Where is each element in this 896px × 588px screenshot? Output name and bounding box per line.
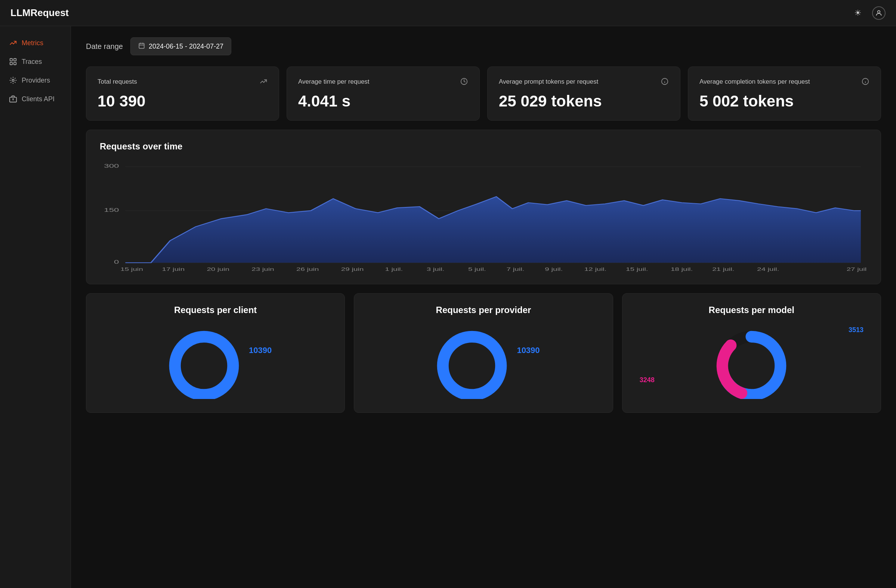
main-content: Date range 2024-06-15 - 2024-07-27 Total… xyxy=(71,26,896,588)
stats-grid: Total requests 10 390 Average time per r… xyxy=(86,67,881,121)
svg-text:27 juil.: 27 juil. xyxy=(847,267,867,272)
model-value-2: 3248 xyxy=(640,376,655,384)
chart-container: 300 150 0 xyxy=(100,161,867,273)
stat-card-total-requests: Total requests 10 390 xyxy=(86,67,279,121)
svg-rect-4 xyxy=(14,62,16,65)
svg-text:300: 300 xyxy=(104,163,119,169)
donut-chart-clients xyxy=(159,324,249,399)
donut-chart-models xyxy=(707,324,796,399)
svg-text:21 juil.: 21 juil. xyxy=(712,267,734,272)
bottom-card-title-providers: Requests per provider xyxy=(368,305,599,315)
svg-text:18 juil.: 18 juil. xyxy=(671,267,693,272)
bottom-grid: Requests per client 10390 Requests per p… xyxy=(86,293,881,413)
svg-text:15 juin: 15 juin xyxy=(120,267,143,272)
stat-label-avg-prompt-tokens: Average prompt tokens per request xyxy=(499,77,598,86)
stat-value-avg-prompt-tokens: 25 029 tokens xyxy=(499,93,669,110)
svg-text:24 juil.: 24 juil. xyxy=(757,267,779,272)
body-layout: Metrics Traces Providers xyxy=(0,26,896,588)
bottom-card-title-clients: Requests per client xyxy=(100,305,331,315)
svg-rect-9 xyxy=(139,43,144,49)
donut-value-clients: 10390 xyxy=(249,346,272,355)
svg-text:150: 150 xyxy=(104,207,119,213)
donut-container-clients: 10390 xyxy=(100,324,331,399)
bottom-card-requests-per-client: Requests per client 10390 xyxy=(86,293,345,413)
stat-label-avg-completion-tokens: Average completion tokens per request xyxy=(699,77,810,86)
clients-api-icon xyxy=(9,95,17,103)
traces-icon xyxy=(9,58,17,66)
stat-card-header-3: Average prompt tokens per request xyxy=(499,77,669,87)
svg-text:15 juil.: 15 juil. xyxy=(626,267,648,272)
donut-container-providers: 10390 xyxy=(368,324,599,399)
chart-card-requests-over-time: Requests over time 300 150 0 xyxy=(86,129,881,284)
bottom-card-requests-per-model: Requests per model 3513 3248 xyxy=(622,293,881,413)
stat-label-total-requests: Total requests xyxy=(98,77,137,86)
sidebar-item-label-traces: Traces xyxy=(22,58,42,66)
model-value-1: 3513 xyxy=(849,326,864,334)
date-range-label: Date range xyxy=(86,42,123,51)
svg-text:1 juil.: 1 juil. xyxy=(385,267,403,272)
svg-text:17 juin: 17 juin xyxy=(162,267,184,272)
svg-point-44 xyxy=(175,337,233,395)
sidebar: Metrics Traces Providers xyxy=(0,26,71,588)
svg-text:23 juin: 23 juin xyxy=(251,267,274,272)
providers-icon xyxy=(9,76,17,84)
theme-toggle-button[interactable]: ☀ xyxy=(851,6,865,20)
sidebar-item-metrics[interactable]: Metrics xyxy=(0,34,71,52)
sidebar-item-label-metrics: Metrics xyxy=(22,39,43,47)
sidebar-item-providers[interactable]: Providers xyxy=(0,71,71,90)
sidebar-item-traces[interactable]: Traces xyxy=(0,52,71,71)
svg-rect-3 xyxy=(10,62,12,65)
svg-text:12 juil.: 12 juil. xyxy=(584,267,606,272)
svg-point-0 xyxy=(878,11,880,13)
chart-svg: 300 150 0 xyxy=(100,161,867,273)
info-icon-2 xyxy=(861,77,870,87)
date-range-picker[interactable]: 2024-06-15 - 2024-07-27 xyxy=(130,37,231,55)
svg-point-8 xyxy=(13,99,14,99)
chart-title: Requests over time xyxy=(100,141,867,152)
stat-card-header-2: Average time per request xyxy=(298,77,468,87)
svg-text:5 juil.: 5 juil. xyxy=(468,267,486,272)
chart-area xyxy=(125,197,861,263)
user-menu-button[interactable] xyxy=(872,6,885,20)
svg-rect-2 xyxy=(14,59,16,61)
app-logo: LLMRequest xyxy=(11,7,69,19)
sidebar-item-label-providers: Providers xyxy=(22,76,50,84)
trend-up-icon xyxy=(259,77,268,87)
svg-text:7 juil.: 7 juil. xyxy=(507,267,524,272)
sidebar-item-clients-api[interactable]: Clients API xyxy=(0,90,71,108)
svg-point-5 xyxy=(12,79,14,81)
stat-card-avg-time: Average time per request 4.041 s xyxy=(286,67,480,121)
clock-icon xyxy=(460,77,468,87)
stat-value-avg-time: 4.041 s xyxy=(298,93,468,110)
svg-point-46 xyxy=(443,337,501,395)
stat-value-total-requests: 10 390 xyxy=(98,93,268,110)
bottom-card-title-models: Requests per model xyxy=(636,305,867,315)
date-range-row: Date range 2024-06-15 - 2024-07-27 xyxy=(86,37,881,55)
sidebar-item-label-clients-api: Clients API xyxy=(22,95,55,103)
svg-text:0: 0 xyxy=(114,259,119,265)
stat-card-avg-completion-tokens: Average completion tokens per request 5 … xyxy=(688,67,881,121)
stat-label-avg-time: Average time per request xyxy=(298,77,370,86)
stat-value-avg-completion-tokens: 5 002 tokens xyxy=(699,93,870,110)
stat-card-header: Total requests xyxy=(98,77,268,87)
info-icon-1 xyxy=(661,77,669,87)
stat-card-avg-prompt-tokens: Average prompt tokens per request 25 029… xyxy=(487,67,680,121)
app-header: LLMRequest ☀ xyxy=(0,0,896,26)
metrics-icon xyxy=(9,39,17,47)
donut-container-models: 3513 3248 xyxy=(636,324,867,399)
svg-text:20 juin: 20 juin xyxy=(207,267,229,272)
donut-value-providers: 10390 xyxy=(517,346,539,355)
donut-chart-providers xyxy=(427,324,517,399)
svg-text:26 juin: 26 juin xyxy=(296,267,319,272)
svg-text:3 juil.: 3 juil. xyxy=(427,267,445,272)
svg-text:29 juin: 29 juin xyxy=(341,267,364,272)
svg-text:9 juil.: 9 juil. xyxy=(545,267,563,272)
date-range-value: 2024-06-15 - 2024-07-27 xyxy=(149,43,224,50)
stat-card-header-4: Average completion tokens per request xyxy=(699,77,870,87)
svg-rect-1 xyxy=(10,59,12,61)
calendar-icon xyxy=(138,42,145,50)
header-actions: ☀ xyxy=(851,6,885,20)
bottom-card-requests-per-provider: Requests per provider 10390 xyxy=(354,293,613,413)
